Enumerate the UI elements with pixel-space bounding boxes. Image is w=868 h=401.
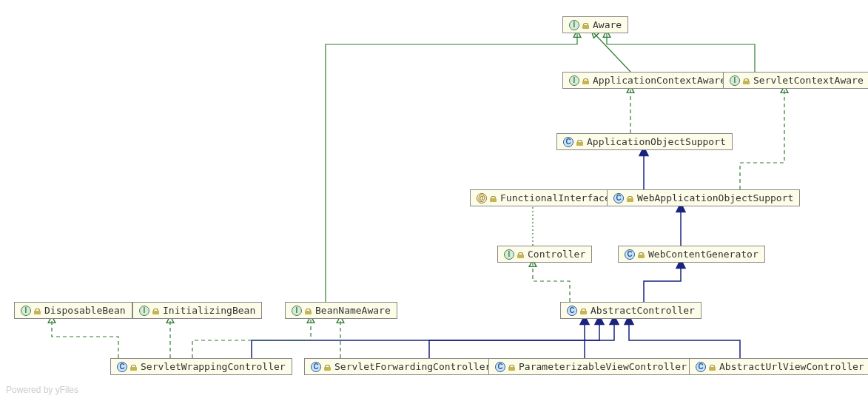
node-label: AbstractUrlViewController (719, 361, 864, 372)
lock-icon (582, 21, 590, 29)
node-param-view[interactable]: CParameterizableViewController (488, 358, 693, 375)
node-label: FunctionalInterface (500, 192, 610, 203)
node-bean-name-aware[interactable]: IBeanNameAware (285, 302, 397, 319)
interface-icon: I (569, 75, 579, 86)
class-icon: C (311, 362, 321, 372)
interface-icon: I (292, 306, 302, 316)
class-icon: C (563, 137, 573, 147)
class-icon: C (625, 249, 635, 260)
node-disposable-bean[interactable]: IDisposableBean (14, 302, 132, 319)
node-label: InitializingBean (163, 305, 255, 316)
lock-icon (582, 77, 590, 84)
node-label: ServletWrappingController (141, 361, 286, 372)
node-abstract-controller[interactable]: CAbstractController (560, 302, 702, 319)
lock-icon (324, 363, 332, 371)
lock-icon (517, 251, 525, 258)
lock-icon (580, 307, 588, 314)
powered-by: Powered by yFiles (6, 385, 78, 395)
class-icon: C (567, 306, 577, 316)
lock-icon (34, 307, 41, 314)
lock-icon (709, 363, 716, 371)
interface-icon: I (730, 75, 740, 86)
lock-icon (508, 363, 516, 371)
lock-icon (638, 251, 645, 258)
class-icon: C (696, 362, 706, 372)
node-label: WebContentGenerator (648, 249, 758, 260)
node-abstract-url-view[interactable]: CAbstractUrlViewController (689, 358, 868, 375)
node-app-obj-support[interactable]: CApplicationObjectSupport (556, 133, 733, 150)
node-label: ServletForwardingController (334, 361, 491, 372)
lock-icon (576, 138, 584, 146)
lock-icon (490, 195, 497, 202)
node-label: ApplicationObjectSupport (587, 136, 726, 147)
interface-icon: I (21, 306, 31, 316)
node-controller[interactable]: IController (497, 246, 592, 263)
class-icon: C (495, 362, 505, 372)
lock-icon (305, 307, 312, 314)
node-web-app-obj-support[interactable]: CWebApplicationObjectSupport (607, 189, 800, 206)
node-label: ApplicationContextAware (593, 75, 726, 86)
node-label: WebApplicationObjectSupport (637, 192, 793, 203)
lock-icon (627, 195, 634, 202)
lock-icon (743, 77, 750, 84)
node-functional-interface[interactable]: @FunctionalInterface (470, 189, 617, 206)
node-initializing-bean[interactable]: IInitializingBean (132, 302, 262, 319)
node-servlet-forwarding[interactable]: CServletForwardingController (304, 358, 497, 375)
class-icon: C (613, 193, 624, 203)
node-label: ServletContextAware (753, 75, 864, 86)
lock-icon (130, 363, 138, 371)
node-app-ctx-aware[interactable]: IApplicationContextAware (562, 72, 733, 89)
interface-icon: I (139, 306, 149, 316)
node-servlet-ctx-aware[interactable]: IServletContextAware (723, 72, 868, 89)
interface-icon: I (569, 20, 579, 30)
node-label: Controller (528, 249, 585, 260)
lock-icon (152, 307, 160, 314)
node-label: AbstractController (591, 305, 695, 316)
node-aware[interactable]: IAware (562, 16, 628, 33)
node-label: BeanNameAware (315, 305, 391, 316)
node-web-content-gen[interactable]: CWebContentGenerator (618, 246, 765, 263)
node-servlet-wrapping[interactable]: CServletWrappingController (110, 358, 292, 375)
node-label: ParameterizableViewController (519, 361, 687, 372)
annotation-icon: @ (477, 193, 487, 203)
interface-icon: I (504, 249, 514, 260)
node-label: Aware (593, 19, 622, 30)
class-icon: C (117, 362, 127, 372)
node-label: DisposableBean (44, 305, 126, 316)
